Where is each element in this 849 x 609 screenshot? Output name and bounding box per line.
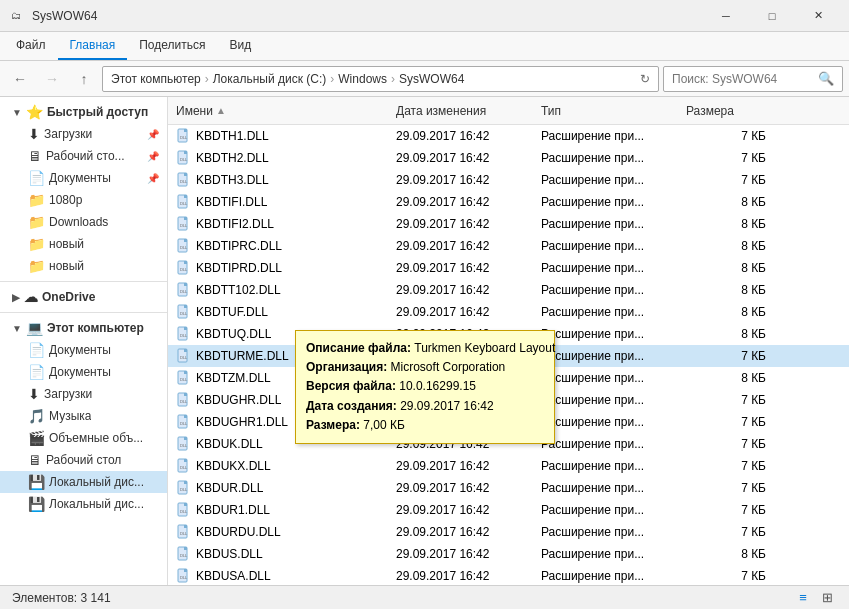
file-date: 29.09.2017 16:42 bbox=[396, 305, 541, 319]
sidebar-item-downloads-en[interactable]: 📁 Downloads bbox=[0, 211, 167, 233]
sidebar-item-comp-downloads[interactable]: ⬇ Загрузки bbox=[0, 383, 167, 405]
file-icon: DLL bbox=[176, 128, 192, 144]
file-size: 7 КБ bbox=[686, 393, 766, 407]
file-name-cell: DLL KBDTT102.DLL bbox=[176, 282, 396, 298]
svg-text:DLL: DLL bbox=[180, 267, 188, 272]
table-row[interactable]: DLL KBDUS.DLL 29.09.2017 16:42 Расширени… bbox=[168, 543, 849, 565]
table-row[interactable]: DLL KBDUSA.DLL 29.09.2017 16:42 Расширен… bbox=[168, 565, 849, 585]
sidebar-item-new2[interactable]: 📁 новый bbox=[0, 255, 167, 277]
breadcrumb: Этот компьютер › Локальный диск (C:) › W… bbox=[111, 72, 464, 86]
svg-rect-46 bbox=[184, 459, 187, 462]
close-button[interactable]: ✕ bbox=[795, 0, 841, 32]
file-name-text: KBDUGHR1.DLL bbox=[196, 415, 288, 429]
file-date: 29.09.2017 16:42 bbox=[396, 525, 541, 539]
tooltip-version: Версия файла: 10.0.16299.15 bbox=[306, 377, 544, 396]
file-tooltip: Описание файла: Turkmen Keyboard Layout … bbox=[295, 330, 555, 444]
svg-rect-43 bbox=[184, 437, 187, 440]
window-title: SysWOW64 bbox=[32, 9, 703, 23]
file-size: 7 КБ bbox=[686, 503, 766, 517]
back-button[interactable]: ← bbox=[6, 65, 34, 93]
sidebar-item-video[interactable]: 🎬 Объемные объ... bbox=[0, 427, 167, 449]
tab-home[interactable]: Главная bbox=[58, 32, 128, 60]
sidebar-item-local-d[interactable]: 💾 Локальный дис... bbox=[0, 493, 167, 515]
sidebar-item-downloads[interactable]: ⬇ Загрузки 📌 bbox=[0, 123, 167, 145]
address-box[interactable]: Этот компьютер › Локальный диск (C:) › W… bbox=[102, 66, 659, 92]
file-icon: DLL bbox=[176, 546, 192, 562]
search-box[interactable]: 🔍 bbox=[663, 66, 843, 92]
col-header-size[interactable]: Размера bbox=[686, 104, 766, 118]
svg-text:DLL: DLL bbox=[180, 245, 188, 250]
tab-view[interactable]: Вид bbox=[217, 32, 263, 60]
table-row[interactable]: DLL KBDTUF.DLL 29.09.2017 16:42 Расширен… bbox=[168, 301, 849, 323]
table-row[interactable]: DLL KBDUR.DLL 29.09.2017 16:42 Расширени… bbox=[168, 477, 849, 499]
file-date: 29.09.2017 16:42 bbox=[396, 503, 541, 517]
file-name-text: KBDTIPRD.DLL bbox=[196, 261, 282, 275]
onedrive-header[interactable]: ▶ ☁ OneDrive bbox=[0, 286, 167, 308]
sidebar-item-new1[interactable]: 📁 новый bbox=[0, 233, 167, 255]
music-icon: 🎵 bbox=[28, 408, 45, 424]
table-row[interactable]: DLL KBDUR1.DLL 29.09.2017 16:42 Расширен… bbox=[168, 499, 849, 521]
file-name-cell: DLL KBDTIFI2.DLL bbox=[176, 216, 396, 232]
computer-arrow: ▼ bbox=[12, 323, 22, 334]
file-name-cell: DLL KBDTUF.DLL bbox=[176, 304, 396, 320]
file-name-cell: DLL KBDUS.DLL bbox=[176, 546, 396, 562]
comp-downloads-icon: ⬇ bbox=[28, 386, 40, 402]
sidebar-item-local-c[interactable]: 💾 Локальный дис... bbox=[0, 471, 167, 493]
table-row[interactable]: DLL KBDTT102.DLL 29.09.2017 16:42 Расшир… bbox=[168, 279, 849, 301]
file-type: Расширение при... bbox=[541, 503, 686, 517]
svg-rect-49 bbox=[184, 481, 187, 484]
sidebar-item-1080p[interactable]: 📁 1080p bbox=[0, 189, 167, 211]
table-row[interactable]: DLL KBDUKX.DLL 29.09.2017 16:42 Расширен… bbox=[168, 455, 849, 477]
sidebar-item-docs1[interactable]: 📄 Документы bbox=[0, 339, 167, 361]
file-name-text: KBDUR1.DLL bbox=[196, 503, 270, 517]
computer-header[interactable]: ▼ 💻 Этот компьютер bbox=[0, 317, 167, 339]
sidebar-item-documents[interactable]: 📄 Документы 📌 bbox=[0, 167, 167, 189]
tab-file[interactable]: Файл bbox=[4, 32, 58, 60]
sidebar-item-music[interactable]: 🎵 Музыка bbox=[0, 405, 167, 427]
sidebar-item-docs2[interactable]: 📄 Документы bbox=[0, 361, 167, 383]
col-header-name[interactable]: Имени ▲ bbox=[176, 104, 396, 118]
quick-access-header[interactable]: ▼ ⭐ Быстрый доступ bbox=[0, 101, 167, 123]
sidebar-item-desktop[interactable]: 🖥 Рабочий сто... 📌 bbox=[0, 145, 167, 167]
file-name-cell: DLL KBDTIPRC.DLL bbox=[176, 238, 396, 254]
onedrive-icon: ☁ bbox=[24, 289, 38, 305]
grid-view-icon[interactable]: ⊞ bbox=[817, 588, 837, 608]
col-header-date[interactable]: Дата изменения bbox=[396, 104, 541, 118]
tooltip-description: Описание файла: Turkmen Keyboard Layout bbox=[306, 339, 544, 358]
file-name-text: KBDTIPRC.DLL bbox=[196, 239, 282, 253]
file-name-cell: DLL KBDUR1.DLL bbox=[176, 502, 396, 518]
file-icon: DLL bbox=[176, 392, 192, 408]
svg-rect-25 bbox=[184, 305, 187, 308]
file-size: 8 КБ bbox=[686, 217, 766, 231]
table-row[interactable]: DLL KBDTIFI2.DLL 29.09.2017 16:42 Расшир… bbox=[168, 213, 849, 235]
tab-share[interactable]: Поделиться bbox=[127, 32, 217, 60]
video-icon: 🎬 bbox=[28, 430, 45, 446]
table-row[interactable]: DLL KBDTH1.DLL 29.09.2017 16:42 Расширен… bbox=[168, 125, 849, 147]
sidebar-item-comp-desktop[interactable]: 🖥 Рабочий стол bbox=[0, 449, 167, 471]
table-row[interactable]: DLL KBDTIPRD.DLL 29.09.2017 16:42 Расшир… bbox=[168, 257, 849, 279]
col-header-type[interactable]: Тип bbox=[541, 104, 686, 118]
up-button[interactable]: ↑ bbox=[70, 65, 98, 93]
file-icon: DLL bbox=[176, 458, 192, 474]
refresh-button[interactable]: ↻ bbox=[640, 72, 650, 86]
forward-button[interactable]: → bbox=[38, 65, 66, 93]
table-row[interactable]: DLL KBDTH2.DLL 29.09.2017 16:42 Расширен… bbox=[168, 147, 849, 169]
search-input[interactable] bbox=[672, 72, 814, 86]
minimize-button[interactable]: ─ bbox=[703, 0, 749, 32]
file-type: Расширение при... bbox=[541, 569, 686, 583]
table-row[interactable]: DLL KBDTH3.DLL 29.09.2017 16:42 Расширен… bbox=[168, 169, 849, 191]
table-row[interactable]: DLL KBDTIPRC.DLL 29.09.2017 16:42 Расшир… bbox=[168, 235, 849, 257]
file-size: 7 КБ bbox=[686, 437, 766, 451]
comp-desktop-icon: 🖥 bbox=[28, 452, 42, 468]
table-row[interactable]: DLL KBDURDU.DLL 29.09.2017 16:42 Расшире… bbox=[168, 521, 849, 543]
svg-rect-28 bbox=[184, 327, 187, 330]
file-icon: DLL bbox=[176, 414, 192, 430]
file-icon: DLL bbox=[176, 502, 192, 518]
svg-text:DLL: DLL bbox=[180, 421, 188, 426]
table-row[interactable]: DLL KBDTIFI.DLL 29.09.2017 16:42 Расшире… bbox=[168, 191, 849, 213]
list-view-icon[interactable]: ≡ bbox=[793, 588, 813, 608]
file-type: Расширение при... bbox=[541, 371, 686, 385]
svg-rect-16 bbox=[184, 239, 187, 242]
file-icon: DLL bbox=[176, 150, 192, 166]
maximize-button[interactable]: □ bbox=[749, 0, 795, 32]
